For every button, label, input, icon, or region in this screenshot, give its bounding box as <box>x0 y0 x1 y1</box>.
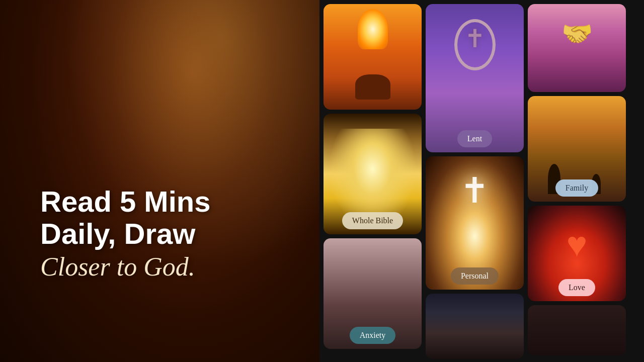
headline: Read 5 Mins Daily, Draw <box>40 186 299 250</box>
personal-label-container: Personal <box>426 262 524 290</box>
hero-panel: Read 5 Mins Daily, Draw Closer to God. <box>0 0 319 362</box>
lent-label-container: Lent <box>426 125 524 152</box>
card-whole-bible[interactable]: Whole Bible <box>324 114 422 234</box>
card-bottom-partial[interactable] <box>528 305 626 355</box>
card-anxiety[interactable]: Anxiety <box>324 238 422 349</box>
family-hands-image <box>528 4 626 92</box>
family-label-container: Family <box>528 174 626 202</box>
card-family-hands[interactable] <box>528 4 626 92</box>
love-label-container: Love <box>528 274 626 301</box>
subheadline: Closer to God. <box>40 252 299 282</box>
bottom-partial-image <box>528 305 626 355</box>
cards-column-3: Family Love <box>528 4 626 358</box>
card-personal[interactable]: Personal <box>426 156 524 290</box>
family-label: Family <box>555 179 598 197</box>
anxiety-label-container: Anxiety <box>324 322 422 349</box>
personal-label: Personal <box>451 267 499 285</box>
hand-fire-image <box>324 4 422 110</box>
cards-column-1: Whole Bible Anxiety <box>324 4 422 358</box>
anxiety-label: Anxiety <box>350 327 396 344</box>
card-lent[interactable]: Lent <box>426 4 524 152</box>
card-love[interactable]: Love <box>528 206 626 301</box>
whole-bible-label-container: Whole Bible <box>324 207 422 234</box>
card-prayer-dark[interactable] <box>426 294 524 359</box>
prayer-dark-image <box>426 294 524 359</box>
cards-column-2: Lent Personal <box>426 4 524 358</box>
card-family[interactable]: Family <box>528 96 626 202</box>
whole-bible-label: Whole Bible <box>342 212 403 229</box>
love-label: Love <box>558 279 595 296</box>
hero-text: Read 5 Mins Daily, Draw Closer to God. <box>40 186 299 282</box>
card-hand-fire[interactable] <box>324 4 422 110</box>
cards-panel: Whole Bible Anxiety Lent Personal <box>319 0 644 362</box>
lent-label: Lent <box>457 130 492 147</box>
